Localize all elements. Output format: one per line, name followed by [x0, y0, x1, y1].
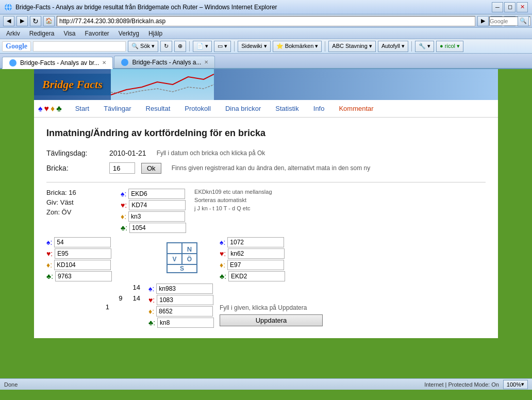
west-hand-area: ♠: ♥: ♦: ♣:: [46, 237, 144, 281]
south-club-input[interactable]: [157, 318, 214, 328]
west-diamond-icon: ♦:: [46, 261, 52, 269]
hint-diamond: j J kn - t 10 T - d Q etc: [194, 205, 272, 211]
sok-button[interactable]: 🔍 Sök ▾: [128, 41, 158, 52]
separator4: [411, 41, 412, 52]
google-toolbar: Google 🔍 Sök ▾ ↻ ⊕ 📄 ▾ ▭ ▾ Sidewiki ▾ ⭐ …: [0, 39, 532, 54]
east-heart-input[interactable]: [228, 248, 285, 259]
wrench-button[interactable]: 🔧 ▾: [415, 41, 434, 52]
top-area: Bricka: 16 Giv: Väst Zon: ÖV ♠:: [46, 189, 486, 233]
board-info-zon: Zon: ÖV: [46, 208, 108, 216]
south-diamond-icon: ♦:: [148, 307, 154, 315]
east-heart-icon: ♥:: [220, 249, 226, 258]
minimize-button[interactable]: ─: [492, 2, 503, 12]
west-spade-input[interactable]: [54, 237, 111, 247]
back-button[interactable]: ◀: [3, 16, 14, 26]
north-club-input[interactable]: [129, 223, 186, 233]
spelling-button[interactable]: ABC Stavning ▾: [328, 41, 376, 52]
bookmark-button[interactable]: ⭐ Bokmärken ▾: [273, 41, 322, 52]
tab1-close[interactable]: ✕: [102, 60, 106, 65]
form-section: Tävlingsdag: 2010-01-21 Fyll i datum och…: [46, 149, 486, 174]
menu-view[interactable]: Visa: [59, 29, 79, 38]
site-logo: Bridge Facts: [34, 74, 111, 95]
close-button[interactable]: ✕: [517, 2, 528, 12]
menu-tools[interactable]: Verktyg: [114, 29, 143, 38]
north-diamond-icon: ♦:: [121, 212, 126, 221]
south-spade-input[interactable]: [156, 284, 213, 294]
west-diamond-input[interactable]: [54, 260, 111, 270]
west-club-input[interactable]: [55, 271, 112, 281]
menu-file[interactable]: Arkiv: [2, 29, 24, 38]
tab-2[interactable]: Bridge-Facts - Analys a... ✕: [114, 56, 215, 68]
update-button[interactable]: Uppdatera: [220, 314, 323, 326]
ok-button[interactable]: Ok: [141, 163, 161, 174]
zoom-button[interactable]: 100% ▾: [503, 380, 528, 389]
nav-resultat[interactable]: Resultat: [139, 102, 178, 115]
tab-1[interactable]: Bridge-Facts - Analys av br... ✕: [2, 57, 113, 69]
address-input[interactable]: [57, 16, 475, 26]
pdf-button[interactable]: 📄 ▾: [193, 41, 212, 52]
north-diamond-input[interactable]: [128, 211, 185, 222]
sidewiki-button[interactable]: Sidewiki ▾: [238, 41, 270, 52]
west-heart-icon: ♥:: [46, 249, 53, 258]
south-heart-input[interactable]: [157, 295, 213, 305]
refresh-toolbar-button[interactable]: ↻: [160, 41, 172, 52]
south-diamond-input[interactable]: [156, 306, 213, 316]
north-heart-icon: ♥:: [121, 201, 127, 209]
page-title: Inmatning/Ändring av kortfördelning för …: [46, 128, 486, 139]
go-button[interactable]: ▶: [477, 16, 489, 26]
search-go-button[interactable]: 🔍: [518, 16, 529, 26]
board-info: Bricka: 16 Giv: Väst Zon: ÖV: [46, 189, 108, 233]
board-input[interactable]: [109, 162, 135, 174]
nav-protokoll[interactable]: Protokoll: [177, 102, 218, 115]
autofill-button[interactable]: Autofyll ▾: [378, 41, 408, 52]
hint-spade: EKDkn109 etc utan mellanslag: [194, 189, 272, 195]
board-label: Bricka:: [46, 164, 103, 172]
main-content: Inmatning/Ändring av kortfördelning för …: [34, 118, 498, 338]
north-spade-input[interactable]: [128, 189, 185, 199]
nav-dina-brickor[interactable]: Dina brickor: [218, 102, 268, 115]
nav-info[interactable]: Info: [306, 102, 332, 115]
home-button[interactable]: 🏠: [43, 16, 55, 26]
menu-help[interactable]: Hjälp: [144, 29, 167, 38]
tab1-icon: [9, 59, 17, 67]
east-diamond-input[interactable]: [227, 260, 284, 270]
compass-v: V: [167, 254, 182, 264]
north-heart-input[interactable]: [129, 200, 186, 210]
google-logo: Google: [2, 41, 31, 52]
address-bar: ◀ ▶ ↻ 🏠 ▶ ✕ 🔍: [0, 14, 532, 28]
east-spade-input[interactable]: [227, 237, 284, 247]
restore-button[interactable]: ◻: [504, 2, 516, 12]
forward-button[interactable]: ▶: [16, 16, 28, 26]
east-club-input[interactable]: [228, 271, 285, 281]
hint-heart: Sorteras automatiskt: [194, 197, 272, 203]
card-section: Bricka: 16 Giv: Väst Zon: ÖV ♠:: [46, 189, 486, 328]
east-diamond-icon: ♦:: [220, 261, 225, 269]
nav-statistik[interactable]: Statistik: [268, 102, 306, 115]
window-controls[interactable]: ─ ◻ ✕: [492, 2, 528, 12]
menu-edit[interactable]: Redigera: [25, 29, 59, 38]
zoom-level: 100%: [507, 381, 521, 388]
separator: [189, 41, 190, 52]
user-button[interactable]: ● ricol ▾: [436, 41, 463, 52]
google-search-input[interactable]: [33, 41, 126, 52]
east-hand-area: ♠: ♥: ♦: ♣:: [220, 237, 318, 281]
compass-area: N V Ö S: [148, 237, 215, 273]
west-scores: 14 9 14 1: [46, 284, 144, 311]
update-section: Fyll i given, klicka på Uppdatera Uppdat…: [220, 284, 323, 326]
menu-favorites[interactable]: Favoriter: [81, 29, 113, 38]
compass-o: Ö: [182, 254, 197, 264]
nav-tavlingar[interactable]: Tävlingar: [96, 102, 138, 115]
registered-hint: Finns given registrerad kan du ändra den…: [172, 164, 371, 172]
header-chart: [111, 69, 498, 100]
refresh-button[interactable]: ↻: [30, 16, 41, 26]
nav-start[interactable]: Start: [68, 102, 96, 115]
tab2-close[interactable]: ✕: [204, 59, 208, 65]
north-diamond-row: ♦:: [121, 211, 186, 222]
divider: [46, 182, 486, 182]
north-heart-row: ♥:: [121, 200, 186, 210]
nav-kommentar[interactable]: Kommentar: [331, 102, 380, 115]
sidebar-button[interactable]: ▭ ▾: [214, 41, 231, 52]
search-bar-button[interactable]: [504, 16, 516, 26]
west-heart-input[interactable]: [55, 248, 111, 259]
new-page-button[interactable]: ⊕: [174, 41, 186, 52]
